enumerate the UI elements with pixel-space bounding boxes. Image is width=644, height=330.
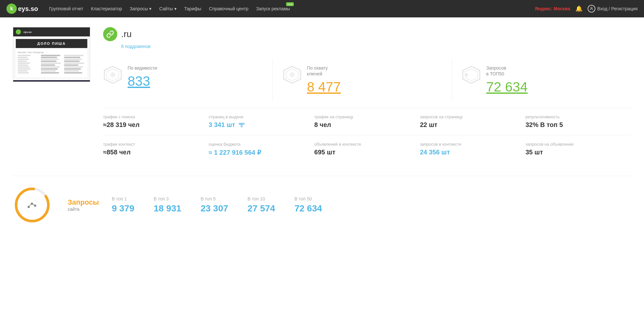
coverage-icon — [283, 65, 302, 84]
bell-icon[interactable]: 🔔 — [575, 5, 582, 12]
logo[interactable]: k eys.so — [6, 4, 38, 14]
visibility-info: По видимости 833 — [128, 65, 157, 89]
stat-queries-per-ad: запросов на объявление 35 шт — [525, 142, 631, 156]
header-right: Яндекс: Москва 🔔 Вход / Регистрация — [535, 5, 638, 13]
queries-per-page-value: 22 шт — [420, 121, 519, 129]
top-stat-5: В топ 5 23 307 — [201, 196, 228, 214]
subdomains-link[interactable]: 8 поддоменов — [121, 44, 631, 49]
login-label: Вход / Регистрация — [597, 6, 638, 11]
chevron-down-icon: ▾ — [174, 6, 177, 11]
queries-sub-label: сайта — [68, 207, 99, 212]
top50-icon — [462, 65, 481, 84]
yandex-region[interactable]: Яндекс: Москва — [535, 6, 570, 11]
top3-label: В топ 3 — [154, 196, 181, 201]
pages-in-serp-label: страниц в выдаче — [209, 114, 308, 119]
top5-label: В топ 5 — [201, 196, 228, 201]
traffic-per-page-value: 8 чел — [314, 121, 414, 129]
domain-icon — [103, 27, 117, 41]
top1-label: В топ 1 — [112, 196, 134, 201]
queries-per-ad-label: запросов на объявление — [525, 142, 625, 147]
stat-budget: оценка бюджета ≈ 1 227 916 564 ₽ — [209, 142, 314, 156]
domain-header: .ru — [103, 27, 631, 41]
queries-per-ad-value: 35 шт — [525, 149, 625, 156]
svg-point-12 — [466, 74, 467, 75]
site-thumbnail: eys.so ДОЛО ПИША Автомат Сает-Генератор — [13, 27, 90, 82]
top-stat-3: В топ 3 18 931 — [154, 196, 181, 214]
stats-row-2: трафик контекст ≈858 чел оценка бюджета … — [103, 135, 631, 163]
stats-row-1: трафик с поиска ≈28 319 чел страниц в вы… — [103, 108, 631, 135]
nav-item-clusterizer[interactable]: Кластеризатор — [88, 4, 125, 13]
logo-icon: k — [6, 4, 17, 14]
ads-count-value: 695 шт — [314, 149, 414, 156]
graph-icon — [27, 201, 37, 209]
visibility-label: По видимости — [128, 65, 157, 71]
domain-info: .ru 8 поддоменов По видимости 833 — [103, 27, 631, 163]
top10-value[interactable]: 27 574 — [247, 203, 275, 214]
nav: Групповой отчет Кластеризатор Запросы ▾ … — [46, 4, 527, 13]
top50-label: Запросовв ТОП50 — [486, 65, 527, 77]
new-badge: new — [286, 2, 294, 6]
stat-search-traffic: трафик с поиска ≈28 319 чел — [103, 114, 209, 129]
top-stat-10: В топ 10 27 574 — [247, 196, 275, 214]
top-stats-row: В топ 1 9 379 В топ 3 18 931 В топ 5 23 … — [112, 196, 631, 214]
link-icon — [106, 30, 114, 38]
context-traffic-value: ≈858 чел — [103, 149, 202, 156]
effectiveness-value: 32% В топ 5 — [525, 121, 625, 129]
stat-queries-in-context: запросов в контексте 24 356 шт — [420, 142, 525, 156]
thumbnail-header: eys.so — [13, 27, 90, 36]
nav-item-queries[interactable]: Запросы ▾ — [127, 4, 155, 13]
queries-label: Запросы сайта — [68, 198, 99, 212]
stat-pages-in-serp: страниц в выдаче 3 341 шт — [209, 114, 314, 129]
search-traffic-value: ≈28 319 чел — [103, 121, 202, 129]
user-icon — [588, 5, 595, 13]
nav-item-tariffs[interactable]: Тарифы — [181, 4, 205, 13]
login-button[interactable]: Вход / Регистрация — [588, 5, 638, 13]
main-content: eys.so ДОЛО ПИША Автомат Сает-Генератор — [0, 17, 644, 330]
site-info-row: eys.so ДОЛО ПИША Автомат Сает-Генератор — [13, 27, 631, 163]
stats-section-large: По видимости 833 По охватуключей 8 477 — [103, 59, 631, 101]
budget-value[interactable]: ≈ 1 227 916 564 ₽ — [209, 149, 308, 156]
thumbnail-title: eys.so — [24, 31, 32, 34]
hierarchy-icon — [239, 123, 245, 128]
top5-value[interactable]: 23 307 — [201, 203, 228, 214]
queries-per-page-label: запросов на страницу — [420, 114, 519, 119]
svg-point-0 — [591, 7, 592, 9]
top-stat-1: В топ 1 9 379 — [112, 196, 134, 214]
svg-rect-16 — [241, 126, 242, 127]
top50-bottom-value[interactable]: 72 634 — [294, 203, 322, 214]
queries-main-label: Запросы — [68, 198, 99, 207]
svg-point-8 — [291, 74, 293, 76]
logo-text: eys.so — [18, 5, 38, 13]
coverage-value[interactable]: 8 477 — [307, 79, 341, 95]
domain-name: .ru — [121, 29, 132, 39]
search-traffic-label: трафик с поиска — [103, 114, 202, 119]
nav-item-help[interactable]: Справочный центр — [206, 4, 252, 13]
visibility-value[interactable]: 833 — [128, 73, 157, 89]
stat-coverage: По охватуключей 8 477 — [273, 59, 452, 101]
stat-visibility: По видимости 833 — [103, 59, 273, 101]
stat-effectiveness: результативность 32% В топ 5 — [525, 114, 631, 129]
pages-in-serp-value[interactable]: 3 341 шт — [209, 121, 308, 129]
queries-circle — [13, 186, 52, 224]
nav-item-group-report[interactable]: Групповой отчет — [46, 4, 86, 13]
effectiveness-label: результативность — [525, 114, 625, 119]
coverage-label: По охватуключей — [307, 65, 341, 77]
nav-item-ads[interactable]: new Запуск рекламы — [253, 4, 293, 13]
context-traffic-label: трафик контекст — [103, 142, 202, 147]
stat-context-traffic: трафик контекст ≈858 чел — [103, 142, 209, 156]
thumbnail-heading: ДОЛО ПИША — [16, 39, 87, 48]
coverage-info: По охватуключей 8 477 — [307, 65, 341, 95]
stat-ads-count: объявлений в контексте 695 шт — [314, 142, 420, 156]
top50-value[interactable]: 72 634 — [486, 79, 527, 95]
nav-item-sites[interactable]: Сайты ▾ — [156, 4, 179, 13]
top3-value[interactable]: 18 931 — [154, 203, 181, 214]
visibility-icon — [103, 65, 122, 84]
top-stat-50: В топ 50 72 634 — [294, 196, 322, 214]
top1-value[interactable]: 9 379 — [112, 203, 134, 214]
bottom-queries-section: Запросы сайта В топ 1 9 379 В топ 3 18 9… — [13, 176, 631, 228]
chevron-down-icon: ▾ — [149, 6, 151, 11]
queries-in-context-label: запросов в контексте — [420, 142, 519, 147]
svg-point-4 — [112, 74, 114, 76]
traffic-per-page-label: трафик на страницу — [314, 114, 414, 119]
queries-in-context-value[interactable]: 24 356 шт — [420, 149, 519, 156]
